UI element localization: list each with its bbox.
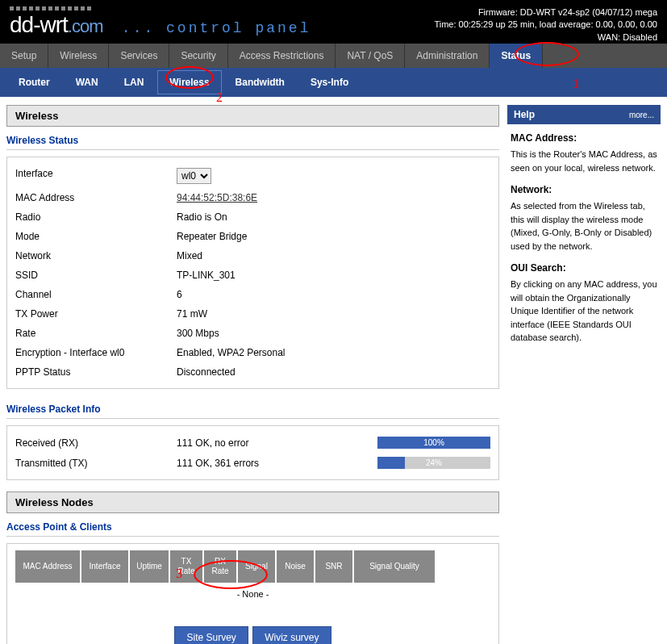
wireless-section-header: Wireless <box>6 105 499 127</box>
help-heading: Network: <box>511 182 657 197</box>
packet-row: Received (RX)111 OK, no error100% <box>15 433 490 453</box>
subtab-lan[interactable]: LAN <box>112 70 156 94</box>
field-label: PPTP Status <box>15 366 177 378</box>
field-label: Channel <box>15 289 177 300</box>
packet-label: Transmitted (TX) <box>15 458 177 469</box>
time-text: Time: 00:25:29 up 25 min, load average: … <box>434 19 657 31</box>
field-label: Network <box>15 250 177 261</box>
tab-wireless[interactable]: Wireless <box>48 44 109 68</box>
field-value: Enabled, WPA2 Personal <box>177 347 490 358</box>
help-more-link[interactable]: more... <box>629 111 654 119</box>
field-row: NetworkMixed <box>15 246 490 266</box>
main-content: Wireless Wireless Status Interfacewl0MAC… <box>6 105 499 644</box>
table-header-rxrate: RX Rate <box>204 550 236 583</box>
tab-setup[interactable]: Setup <box>0 44 48 68</box>
site-survey-button[interactable]: Site Survey <box>174 626 248 644</box>
wireless-status-title: Wireless Status <box>6 132 499 150</box>
field-label: Mode <box>15 231 177 242</box>
table-header-signalquality: Signal Quality <box>354 550 435 583</box>
help-body: MAC Address:This is the Router's MAC Add… <box>507 124 661 351</box>
field-row: Channel6 <box>15 285 490 304</box>
field-row: PPTP StatusDisconnected <box>15 362 490 382</box>
progress-text: 24% <box>377 457 490 469</box>
help-text: This is the Router's MAC Address, as see… <box>511 148 657 174</box>
logo-block: dd-wrt.com ... control panel <box>10 6 311 38</box>
field-value: wl0 <box>177 168 490 184</box>
subtab-wireless[interactable]: Wireless <box>157 70 221 94</box>
table-header-signal: Signal <box>238 550 275 583</box>
table-header-macaddress: MAC Address <box>15 550 80 583</box>
wireless-status-box: Interfacewl0MAC Address94:44:52:5D:38:6E… <box>6 157 499 389</box>
tab-natqos[interactable]: NAT / QoS <box>336 44 405 68</box>
help-heading: OUI Search: <box>511 261 657 275</box>
progress-bar: 24% <box>377 457 490 469</box>
header-info: Firmware: DD-WRT v24-sp2 (04/07/12) mega… <box>434 6 657 44</box>
table-none-text: - None - <box>15 586 490 602</box>
logo-text: dd-wrt.com <box>10 12 102 40</box>
table-headers: MAC AddressInterfaceUptimeTX RateRX Rate… <box>15 550 490 583</box>
field-label: TX Power <box>15 308 177 320</box>
field-value: 300 Mbps <box>177 328 490 339</box>
packet-label: Received (RX) <box>15 437 177 449</box>
ap-clients-title: Access Point & Clients <box>6 518 499 537</box>
table-header-snr: SNR <box>315 550 352 583</box>
field-value: 94:44:52:5D:38:6E <box>177 192 490 203</box>
table-header-uptime: Uptime <box>130 550 169 583</box>
table-header-noise: Noise <box>277 550 314 583</box>
ap-clients-box: MAC AddressInterfaceUptimeTX RateRX Rate… <box>6 543 499 644</box>
table-header-txrate: TX Rate <box>170 550 202 583</box>
field-row: Rate300 Mbps <box>15 324 490 343</box>
field-value: 71 mW <box>177 308 490 320</box>
packet-info-title: Wireless Packet Info <box>6 400 499 419</box>
wan-text: WAN: Disabled <box>434 31 657 44</box>
packet-row: Transmitted (TX)111 OK, 361 errors24% <box>15 453 490 473</box>
control-panel-subtitle: ... control panel <box>122 20 311 36</box>
sub-tabs: RouterWANLANWirelessBandwidthSys-Info <box>0 68 667 97</box>
subtab-sysinfo[interactable]: Sys-Info <box>298 70 361 94</box>
packet-info-box: Received (RX)111 OK, no error100%Transmi… <box>6 425 499 480</box>
field-row: ModeRepeater Bridge <box>15 227 490 246</box>
packet-value: 111 OK, 361 errors <box>177 458 338 469</box>
subtab-router[interactable]: Router <box>6 70 62 94</box>
field-label: Encryption - Interface wl0 <box>15 347 177 358</box>
field-label: Radio <box>15 211 177 223</box>
header: dd-wrt.com ... control panel Firmware: D… <box>0 0 667 44</box>
field-row: TX Power71 mW <box>15 304 490 324</box>
help-sidebar: Help more... MAC Address:This is the Rou… <box>507 105 661 644</box>
field-row: Encryption - Interface wl0Enabled, WPA2 … <box>15 343 490 362</box>
field-label: MAC Address <box>15 192 177 203</box>
help-header: Help more... <box>507 105 661 124</box>
help-heading: MAC Address: <box>511 131 657 145</box>
field-value: Radio is On <box>177 211 490 223</box>
field-row: SSIDTP-LINK_301 <box>15 266 490 285</box>
field-value: Mixed <box>177 250 490 261</box>
packet-value: 111 OK, no error <box>177 437 338 449</box>
action-buttons: Site Survey Wiviz survey <box>15 626 490 644</box>
tab-administration[interactable]: Administration <box>405 44 490 68</box>
decoration-dots <box>10 6 311 10</box>
wireless-nodes-header: Wireless Nodes <box>6 491 499 513</box>
field-label: SSID <box>15 270 177 281</box>
field-value: 6 <box>177 289 490 300</box>
subtab-wan[interactable]: WAN <box>64 70 110 94</box>
tab-services[interactable]: Services <box>109 44 169 68</box>
field-value: TP-LINK_301 <box>177 270 490 281</box>
field-row: MAC Address94:44:52:5D:38:6E <box>15 188 490 207</box>
firmware-text: Firmware: DD-WRT v24-sp2 (04/07/12) mega <box>434 6 657 19</box>
main-tabs: SetupWirelessServicesSecurityAccess Rest… <box>0 44 667 68</box>
table-header-interface: Interface <box>81 550 128 583</box>
wiviz-survey-button[interactable]: Wiviz survey <box>252 626 331 644</box>
tab-accessrestrictions[interactable]: Access Restrictions <box>228 44 336 68</box>
progress-bar: 100% <box>377 437 490 449</box>
subtab-bandwidth[interactable]: Bandwidth <box>223 70 297 94</box>
progress-text: 100% <box>377 437 490 449</box>
help-text: By clicking on any MAC address, you will… <box>511 278 657 345</box>
interface-select[interactable]: wl0 <box>177 168 211 184</box>
field-value: Repeater Bridge <box>177 231 490 242</box>
mac-address-link[interactable]: 94:44:52:5D:38:6E <box>177 192 257 203</box>
tab-security[interactable]: Security <box>169 44 227 68</box>
tab-status[interactable]: Status <box>490 44 543 68</box>
help-text: As selected from the Wireless tab, this … <box>511 199 657 253</box>
field-value: Disconnected <box>177 366 490 378</box>
field-label: Rate <box>15 328 177 339</box>
